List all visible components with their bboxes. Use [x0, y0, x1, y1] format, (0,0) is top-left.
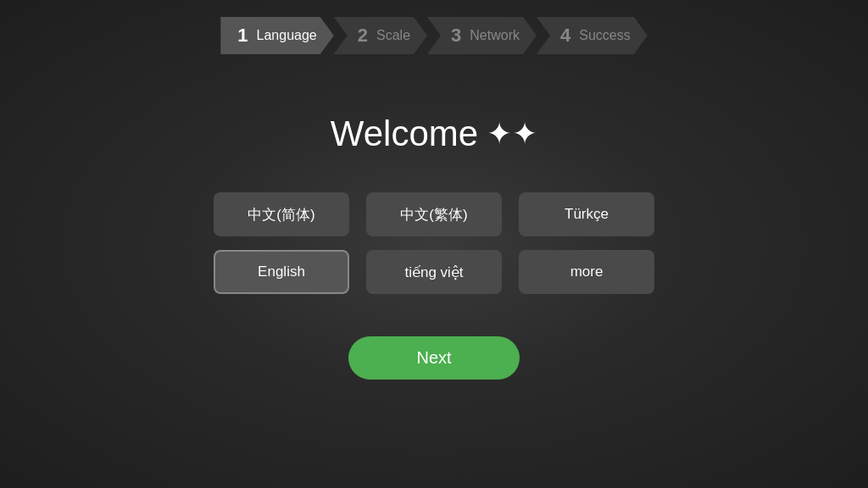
lang-btn-turkish[interactable]: Türkçe [519, 192, 654, 236]
step-number-3: 3 [451, 25, 461, 47]
language-grid: 中文(简体)中文(繁体)TürkçeEnglishtiếng việtmore [214, 192, 654, 294]
stepper: 1Language2Scale3Network4Success [220, 17, 647, 54]
step-number-4: 4 [560, 25, 570, 47]
step-success: 4Success [537, 17, 648, 54]
welcome-title: Welcome [331, 114, 478, 154]
lang-btn-english[interactable]: English [214, 250, 349, 294]
step-label-scale: Scale [376, 28, 410, 43]
lang-btn-more[interactable]: more [519, 250, 654, 294]
step-label-language: Language [257, 28, 317, 43]
lang-btn-zh-trad[interactable]: 中文(繁体) [366, 192, 502, 236]
step-language: 1Language [220, 17, 333, 54]
lang-btn-zh-simple[interactable]: 中文(简体) [214, 192, 349, 236]
step-number-1: 1 [237, 25, 248, 47]
lang-btn-vietnamese[interactable]: tiếng việt [366, 250, 502, 294]
welcome-section: Welcome ✦✦ [331, 114, 537, 154]
step-label-network: Network [470, 28, 520, 43]
next-button[interactable]: Next [348, 336, 519, 380]
step-label-success: Success [579, 28, 630, 43]
step-number-2: 2 [358, 25, 368, 47]
step-network: 3Network [427, 17, 537, 54]
step-scale: 2Scale [334, 17, 427, 54]
sparkle-icon: ✦✦ [487, 116, 537, 152]
